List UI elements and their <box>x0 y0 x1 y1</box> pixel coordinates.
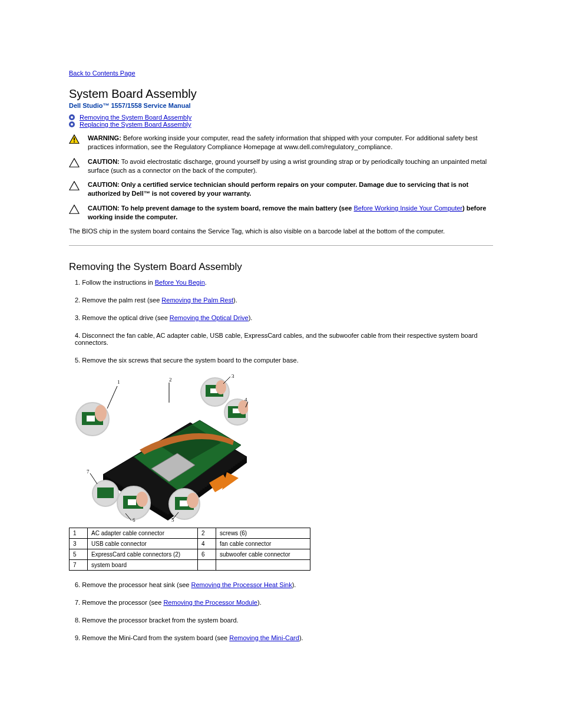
cell-label: USB cable connector <box>88 538 198 549</box>
caution-2-text: CAUTION: Only a certified service techni… <box>88 180 493 198</box>
caution-callout-1: CAUTION: To avoid electrostatic discharg… <box>69 157 493 175</box>
removing-optical-drive-link[interactable]: Removing the Optical Drive <box>170 314 249 321</box>
svg-rect-24 <box>87 416 95 421</box>
step-7-text-b: ). <box>257 599 262 606</box>
step-8: Remove the processor bracket from the sy… <box>71 617 493 624</box>
caution-icon <box>69 158 80 169</box>
toc-replace-sysboard-link[interactable]: Replacing the System Board Assembly <box>80 121 191 128</box>
step-7: Remove the processor (see Removing the P… <box>71 599 493 606</box>
step-7-text-a: Remove the processor (see <box>82 599 163 606</box>
warning-lead: WARNING: <box>88 134 121 141</box>
cell-label <box>216 559 310 570</box>
cell-label: subwoofer cable connector <box>216 549 310 559</box>
cell-label: ExpressCard cable connectors (2) <box>88 549 198 559</box>
svg-point-32 <box>136 492 148 507</box>
step-2-text-a: Remove the palm rest (see <box>82 297 161 304</box>
caution-1-body: To avoid electrostatic discharge, ground… <box>88 158 487 174</box>
caution-1-text: CAUTION: To avoid electrostatic discharg… <box>88 157 493 175</box>
warning-text: WARNING: Before working inside your comp… <box>88 134 493 151</box>
step-3-text-a: Remove the optical drive (see <box>82 314 170 321</box>
cell-num: 6 <box>198 549 216 559</box>
removing-processor-link[interactable]: Removing the Processor Module <box>163 599 257 606</box>
step-2-text-b: ). <box>233 297 237 304</box>
removing-heat-sink-link[interactable]: Removing the Processor Heat Sink <box>191 581 292 588</box>
step-4-text: Disconnect the fan cable, AC adapter cab… <box>75 332 478 346</box>
svg-text:1: 1 <box>117 379 120 385</box>
cell-num: 3 <box>70 538 88 549</box>
cell-label: system board <box>88 559 198 570</box>
step-6-text-a: Remove the processor heat sink (see <box>82 581 191 588</box>
warning-icon <box>69 134 80 145</box>
cell-label: AC adapter cable connector <box>88 528 198 538</box>
toc-remove-sysboard-link[interactable]: Removing the System Board Assembly <box>80 114 191 121</box>
page-title: System Board Assembly <box>69 87 493 101</box>
step-9-text-a: Remove the Mini-Card from the system boa… <box>82 634 229 641</box>
svg-rect-2 <box>74 141 75 143</box>
svg-line-42 <box>90 473 97 484</box>
step-9-text-b: ). <box>299 634 303 641</box>
step-9: Remove the Mini-Card from the system boa… <box>71 634 493 641</box>
table-row: 1 AC adapter cable connector 2 screws (6… <box>70 528 310 538</box>
removing-mini-card-link[interactable]: Removing the Mini-Card <box>229 634 299 641</box>
bios-intro-text: The BIOS chip in the system board contai… <box>69 228 493 235</box>
step-5-text: Remove the six screws that secure the sy… <box>82 357 298 364</box>
before-working-link[interactable]: Before Working Inside Your Computer <box>354 205 462 212</box>
step-4: Disconnect the fan cable, AC adapter cab… <box>71 332 493 346</box>
cell-num: 7 <box>70 559 88 570</box>
step-8-text-a: Remove the processor bracket from the sy… <box>82 617 238 624</box>
caution-1-lead: CAUTION: <box>88 158 120 165</box>
step-1-text-b: . <box>205 279 207 286</box>
table-row: 5 ExpressCard cable connectors (2) 6 sub… <box>70 549 310 559</box>
warning-callout: WARNING: Before working inside your comp… <box>69 134 493 151</box>
caution-callout-3: CAUTION: To help prevent damage to the s… <box>69 204 493 222</box>
svg-text:5: 5 <box>171 517 174 522</box>
cell-num: 4 <box>198 538 216 549</box>
svg-marker-3 <box>70 159 79 167</box>
svg-rect-28 <box>180 500 188 506</box>
steps-list: Follow the instructions in Before You Be… <box>71 279 493 364</box>
before-you-begin-link[interactable]: Before You Begin <box>155 279 205 286</box>
cell-label: screws (6) <box>216 528 310 538</box>
svg-point-29 <box>95 405 107 421</box>
removing-palm-rest-link[interactable]: Removing the Palm Rest <box>161 297 233 304</box>
step-6-text-b: ). <box>292 581 296 588</box>
manual-subtitle: Dell Studio™ 1557/1558 Service Manual <box>69 102 493 109</box>
table-row: 7 system board <box>70 559 310 570</box>
bullet-icon <box>69 121 75 127</box>
cell-num: 1 <box>70 528 88 538</box>
step-5: Remove the six screws that secure the sy… <box>71 357 493 364</box>
caution-3-text: CAUTION: To help prevent damage to the s… <box>88 204 493 222</box>
cell-num <box>198 559 216 570</box>
svg-line-38 <box>223 377 230 384</box>
caution-2-body-b: is not covered by your warranty. <box>152 190 252 197</box>
svg-text:6: 6 <box>133 517 135 522</box>
caution-2-body-a: Only a certified service technician shou… <box>88 181 468 197</box>
section-remove-heading: Removing the System Board Assembly <box>69 261 493 273</box>
svg-rect-23 <box>97 487 114 498</box>
cell-label: fan cable connector <box>216 538 310 549</box>
svg-text:2: 2 <box>169 377 172 383</box>
step-6: Remove the processor heat sink (see Remo… <box>71 581 493 588</box>
step-1: Follow the instructions in Before You Be… <box>71 279 493 286</box>
back-to-contents-link[interactable]: Back to Contents Page <box>69 70 135 77</box>
svg-text:4: 4 <box>244 397 247 403</box>
step-3-text-b: ). <box>249 314 253 321</box>
step-3: Remove the optical drive (see Removing t… <box>71 314 493 321</box>
svg-marker-4 <box>70 182 79 190</box>
table-row: 3 USB cable connector 4 fan cable connec… <box>70 538 310 549</box>
svg-point-33 <box>187 493 199 508</box>
warning-body: Before working inside your computer, rea… <box>88 134 478 150</box>
svg-text:7: 7 <box>87 469 90 475</box>
toc: Removing the System Board Assembly Repla… <box>69 114 493 128</box>
system-board-figure: 1 2 3 4 5 6 7 <box>69 374 248 522</box>
caution-2-lead: CAUTION: <box>88 181 120 188</box>
svg-text:3: 3 <box>232 374 234 379</box>
callout-table: 1 AC adapter cable connector 2 screws (6… <box>69 528 310 571</box>
steps-list-cont: Remove the processor heat sink (see Remo… <box>71 581 493 641</box>
caution-3-body-a: To help prevent damage to the system boa… <box>121 205 354 212</box>
divider <box>69 245 493 246</box>
caution-icon <box>69 205 80 215</box>
caution-callout-2: CAUTION: Only a certified service techni… <box>69 180 493 198</box>
cell-num: 5 <box>70 549 88 559</box>
step-1-text-a: Follow the instructions in <box>82 279 155 286</box>
